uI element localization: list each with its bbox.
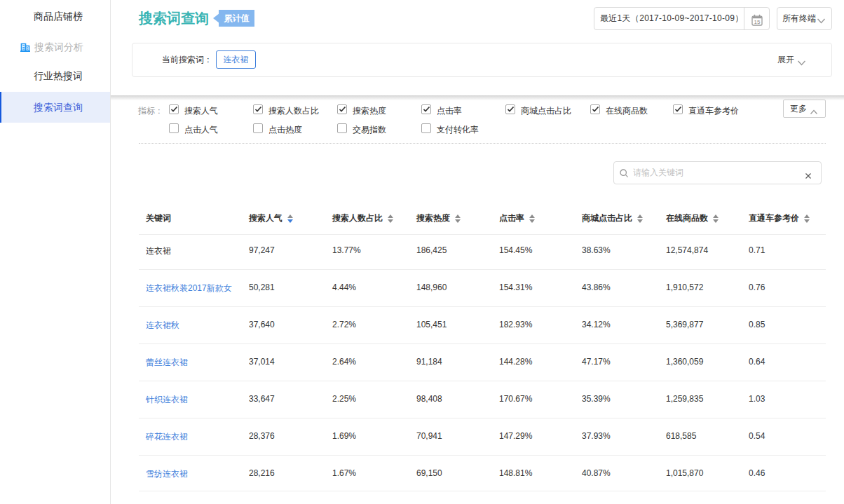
svg-text:15: 15 — [754, 19, 761, 25]
